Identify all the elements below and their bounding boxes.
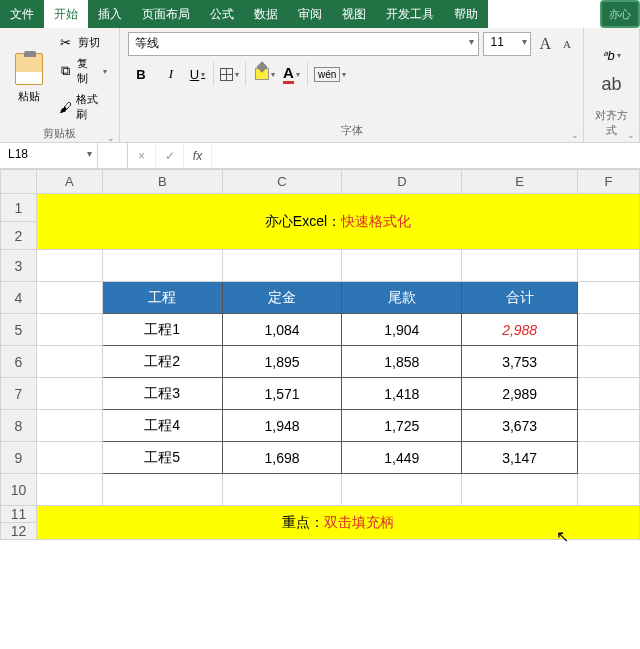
cell[interactable] <box>462 474 578 506</box>
table-cell[interactable]: 1,698 <box>222 442 342 474</box>
cancel-formula-button[interactable]: × <box>128 143 156 168</box>
tab-layout[interactable]: 页面布局 <box>132 0 200 28</box>
cell[interactable] <box>462 250 578 282</box>
fx-button[interactable]: fx <box>184 143 212 168</box>
paste-button[interactable]: 粘贴 <box>8 32 50 124</box>
cell[interactable] <box>222 474 342 506</box>
fill-color-button[interactable] <box>252 62 278 86</box>
row-header[interactable]: 4 <box>1 282 37 314</box>
cell[interactable] <box>578 410 640 442</box>
cell[interactable] <box>36 314 102 346</box>
row-header[interactable]: 11 <box>1 506 37 523</box>
table-cell-sum[interactable]: 2,988 <box>462 314 578 346</box>
table-cell-sum[interactable]: 3,147 <box>462 442 578 474</box>
accept-formula-button[interactable]: ✓ <box>156 143 184 168</box>
col-header[interactable]: C <box>222 170 342 194</box>
footer-banner[interactable]: 重点：双击填充柄 <box>36 506 639 540</box>
cell[interactable] <box>36 410 102 442</box>
tab-formula[interactable]: 公式 <box>200 0 244 28</box>
cell[interactable] <box>102 474 222 506</box>
wrap-text-button[interactable]: ab <box>601 74 621 95</box>
title-banner[interactable]: 亦心Excel：快速格式化 <box>36 194 639 250</box>
col-header[interactable]: A <box>36 170 102 194</box>
table-cell[interactable]: 1,725 <box>342 410 462 442</box>
row-header[interactable]: 6 <box>1 346 37 378</box>
table-cell[interactable]: 1,904 <box>342 314 462 346</box>
table-cell[interactable]: 工程2 <box>102 346 222 378</box>
table-cell[interactable]: 1,948 <box>222 410 342 442</box>
cell[interactable] <box>578 474 640 506</box>
tab-data[interactable]: 数据 <box>244 0 288 28</box>
border-button[interactable] <box>220 62 246 86</box>
cell[interactable] <box>578 346 640 378</box>
decrease-font-button[interactable]: A <box>559 36 575 52</box>
col-header[interactable]: B <box>102 170 222 194</box>
table-cell[interactable]: 1,449 <box>342 442 462 474</box>
cell[interactable] <box>36 346 102 378</box>
cell[interactable] <box>578 378 640 410</box>
tab-file[interactable]: 文件 <box>0 0 44 28</box>
col-header[interactable]: D <box>342 170 462 194</box>
cell[interactable] <box>36 378 102 410</box>
col-header[interactable]: E <box>462 170 578 194</box>
select-all-corner[interactable] <box>1 170 37 194</box>
row-header[interactable]: 12 <box>1 523 37 540</box>
tab-review[interactable]: 审阅 <box>288 0 332 28</box>
cell[interactable] <box>578 442 640 474</box>
increase-font-button[interactable]: A <box>535 33 555 55</box>
cell[interactable] <box>578 250 640 282</box>
font-name-select[interactable]: 等线 <box>128 32 479 56</box>
table-header-bal[interactable]: 尾款 <box>342 282 462 314</box>
table-cell-sum[interactable]: 2,989 <box>462 378 578 410</box>
row-header[interactable]: 10 <box>1 474 37 506</box>
cell[interactable] <box>102 250 222 282</box>
table-cell[interactable]: 工程3 <box>102 378 222 410</box>
table-cell[interactable]: 1,571 <box>222 378 342 410</box>
grid-table[interactable]: A B C D E F 1 亦心Excel：快速格式化 2 3 4 工程 定金 … <box>0 169 640 540</box>
cell[interactable] <box>342 250 462 282</box>
row-header[interactable]: 9 <box>1 442 37 474</box>
format-painter-button[interactable]: 🖌格式刷 <box>54 90 111 124</box>
tab-home[interactable]: 开始 <box>44 0 88 28</box>
cell[interactable] <box>342 474 462 506</box>
table-header-proj[interactable]: 工程 <box>102 282 222 314</box>
row-header[interactable]: 3 <box>1 250 37 282</box>
font-color-button[interactable]: A <box>282 62 308 86</box>
row-header[interactable]: 7 <box>1 378 37 410</box>
table-cell[interactable]: 工程4 <box>102 410 222 442</box>
table-header-tot[interactable]: 合计 <box>462 282 578 314</box>
phonetic-button[interactable]: wén <box>314 62 346 86</box>
col-header[interactable]: F <box>578 170 640 194</box>
tab-dev[interactable]: 开发工具 <box>376 0 444 28</box>
cut-button[interactable]: ✂剪切 <box>54 32 111 52</box>
cell[interactable] <box>36 474 102 506</box>
tab-view[interactable]: 视图 <box>332 0 376 28</box>
table-cell[interactable]: 1,084 <box>222 314 342 346</box>
row-header[interactable]: 2 <box>1 222 37 250</box>
table-cell[interactable]: 1,858 <box>342 346 462 378</box>
cell[interactable] <box>36 442 102 474</box>
bold-button[interactable]: B <box>128 62 154 86</box>
row-header[interactable]: 1 <box>1 194 37 222</box>
table-cell[interactable]: 工程5 <box>102 442 222 474</box>
row-header[interactable]: 8 <box>1 410 37 442</box>
name-box[interactable]: L18 <box>0 143 98 168</box>
font-size-select[interactable]: 11 <box>483 32 531 56</box>
copy-button[interactable]: ⧉复制▾ <box>54 54 111 88</box>
table-cell-sum[interactable]: 3,673 <box>462 410 578 442</box>
table-header-dep[interactable]: 定金 <box>222 282 342 314</box>
formula-input[interactable] <box>212 143 640 168</box>
cell[interactable] <box>578 282 640 314</box>
table-cell[interactable]: 1,418 <box>342 378 462 410</box>
cell[interactable] <box>578 314 640 346</box>
tab-insert[interactable]: 插入 <box>88 0 132 28</box>
italic-button[interactable]: I <box>158 62 184 86</box>
tab-help[interactable]: 帮助 <box>444 0 488 28</box>
cell[interactable] <box>222 250 342 282</box>
table-cell[interactable]: 1,895 <box>222 346 342 378</box>
cell[interactable] <box>36 250 102 282</box>
row-header[interactable]: 5 <box>1 314 37 346</box>
orientation-button[interactable]: ᵃb <box>599 44 625 68</box>
table-cell[interactable]: 工程1 <box>102 314 222 346</box>
underline-button[interactable]: U <box>188 62 214 86</box>
